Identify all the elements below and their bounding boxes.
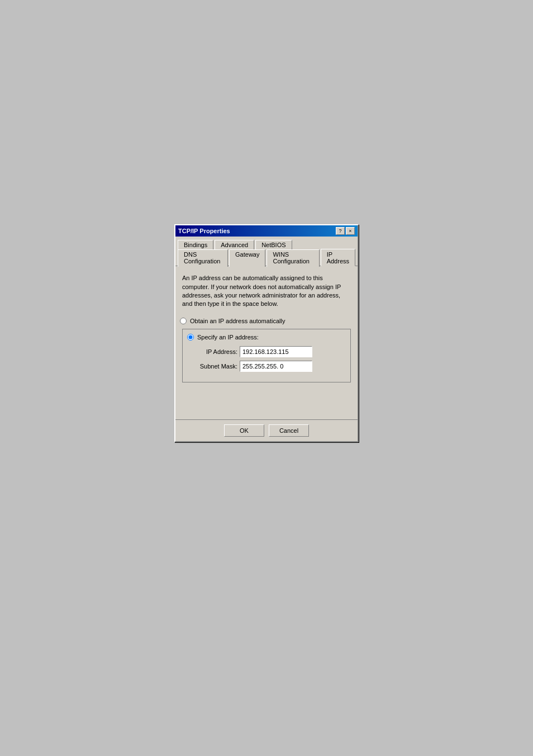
radio-specify[interactable] [187, 334, 194, 341]
dialog-title: TCP/IP Properties [178, 228, 230, 234]
specify-section: Specify an IP address: IP Address: Subne… [182, 329, 351, 382]
tab-netbios[interactable]: NetBIOS [255, 240, 292, 249]
radio-obtain[interactable] [180, 318, 187, 324]
tcpip-properties-dialog: TCP/IP Properties ? × Bindings Advanced … [174, 224, 359, 442]
title-bar: TCP/IP Properties ? × [175, 225, 358, 237]
tab-row-top: Bindings Advanced NetBIOS [175, 237, 358, 248]
subnet-mask-input[interactable] [240, 361, 312, 372]
description-text: An IP address can be automatically assig… [180, 271, 353, 312]
spacer [180, 387, 353, 415]
close-button[interactable]: × [346, 227, 355, 235]
ok-button[interactable]: OK [224, 424, 264, 437]
ip-address-row: IP Address: [187, 346, 346, 357]
radio-obtain-row: Obtain an IP address automatically [180, 318, 353, 324]
radio-specify-label: Specify an IP address: [197, 334, 259, 341]
radio-specify-row: Specify an IP address: [187, 334, 346, 341]
dialog-content: An IP address can be automatically assig… [175, 266, 358, 419]
tab-wins-configuration[interactable]: WINS Configuration [266, 249, 319, 267]
title-bar-buttons: ? × [336, 227, 355, 235]
button-row: OK Cancel [175, 419, 358, 441]
tab-gateway[interactable]: Gateway [229, 249, 265, 267]
subnet-mask-row: Subnet Mask: [187, 361, 346, 372]
cancel-button[interactable]: Cancel [269, 424, 309, 437]
tab-ip-address[interactable]: IP Address [321, 249, 355, 266]
tab-row-bottom: DNS Configuration Gateway WINS Configura… [175, 248, 358, 266]
tab-bindings[interactable]: Bindings [178, 240, 213, 249]
ip-address-input[interactable] [240, 346, 312, 357]
ip-address-label: IP Address: [187, 348, 237, 355]
radio-group: Obtain an IP address automatically [180, 318, 353, 324]
subnet-mask-label: Subnet Mask: [187, 363, 237, 370]
tab-advanced[interactable]: Advanced [215, 240, 254, 249]
radio-obtain-label: Obtain an IP address automatically [190, 318, 285, 324]
tab-dns-configuration[interactable]: DNS Configuration [178, 249, 228, 267]
help-button[interactable]: ? [336, 227, 345, 235]
